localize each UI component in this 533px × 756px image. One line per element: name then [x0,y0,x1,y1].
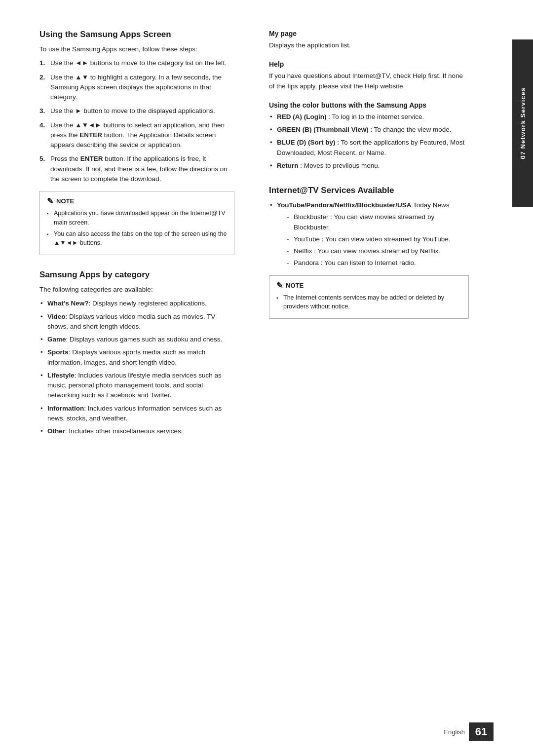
internet-tv-list: YouTube/Pandora/Netflix/Blockbuster/USA … [269,200,469,268]
my-page-heading: My page [269,30,469,38]
side-tab-label: 07 Network Services [519,87,527,159]
main-content: Using the Samsung Apps Screen To use the… [0,0,533,717]
category-video: Video: Displays various video media such… [39,312,234,332]
step-3: Use the ► button to move to the displaye… [39,106,234,116]
color-red: RED (A) (Login) : To log in to the inter… [269,112,469,122]
note-item-1-2: You can also access the tabs on the top … [47,229,227,248]
note-item-1-1: Applications you have downloaded appear … [47,209,227,227]
color-blue: BLUE (D) (Sort by) : To sort the applica… [269,138,469,158]
note-icon-1: ✎ [47,196,53,206]
section-apps-category-heading: Samsung Apps by category [39,270,234,280]
note-list-2: The Internet contents services may be ad… [276,293,461,312]
internet-tv-intro-item: YouTube/Pandora/Netflix/Blockbuster/USA … [269,200,469,268]
page-number: 61 [469,722,494,741]
section-samsung-apps-heading: Using the Samsung Apps Screen [39,30,234,39]
category-whats-new: What's New?: Displays newly registered a… [39,299,234,308]
page-container: 07 Network Services Using the Samsung Ap… [0,0,533,756]
note-title-1: ✎ NOTE [47,196,227,206]
help-text: If you have questions about Internet@TV,… [269,71,469,91]
section-samsung-apps-intro: To use the Samsung Apps screen, follow t… [39,44,234,54]
category-sports: Sports: Displays various sports media su… [39,347,234,368]
apps-category-intro: The following categories are available: [39,285,234,295]
color-buttons-heading: Using the color buttons with the Samsung… [269,101,469,109]
apps-category-list: What's New?: Displays newly registered a… [39,299,234,436]
note-list-1: Applications you have downloaded appear … [47,209,227,248]
category-lifestyle: Lifestyle: Includes various lifestyle me… [39,371,234,401]
note-box-1: ✎ NOTE Applications you have downloaded … [39,191,234,255]
category-information: Information: Includes various informatio… [39,404,234,424]
color-green: GREEN (B) (Thumbnail View) : To change t… [269,125,469,135]
right-column: My page Displays the application list. H… [264,30,469,687]
internet-tv-heading: Internet@TV Services Available [269,186,469,195]
footer-language: English [444,728,465,736]
service-blockbuster: Blockbuster : You can view movies stream… [287,212,469,232]
note-item-2-1: The Internet contents services may be ad… [276,293,461,312]
category-other: Other: Includes other miscellaneous serv… [39,426,234,436]
service-youtube: YouTube : You can view video streamed by… [287,234,469,244]
color-return: Return : Moves to previious menu. [269,161,469,171]
color-buttons-list: RED (A) (Login) : To log in to the inter… [269,112,469,171]
help-heading: Help [269,60,469,68]
left-column: Using the Samsung Apps Screen To use the… [39,30,244,687]
note-icon-2: ✎ [276,281,283,290]
note-box-2: ✎ NOTE The Internet contents services ma… [269,275,469,319]
step-1: Use the ◄► buttons to move to the catego… [39,58,234,68]
service-pandora: Pandora : You can listen to Internet rad… [287,258,469,268]
my-page-text: Displays the application list. [269,40,469,50]
internet-tv-sub-list: Blockbuster : You can view movies stream… [277,212,469,268]
service-netflix: Netflix : You can view movies streamed b… [287,246,469,256]
page-footer: English 61 [444,722,494,741]
side-tab: 07 Network Services [512,39,533,207]
step-5: Press the ENTER button. If the applicati… [39,154,234,184]
step-2: Use the ▲▼ to highlight a category. In a… [39,73,234,103]
note-title-2: ✎ NOTE [276,281,461,290]
samsung-apps-steps-list: Use the ◄► buttons to move to the catego… [39,58,234,184]
category-game: Game: Displays various games such as sud… [39,335,234,344]
step-4: Use the ▲▼◄► buttons to select an applic… [39,120,234,151]
